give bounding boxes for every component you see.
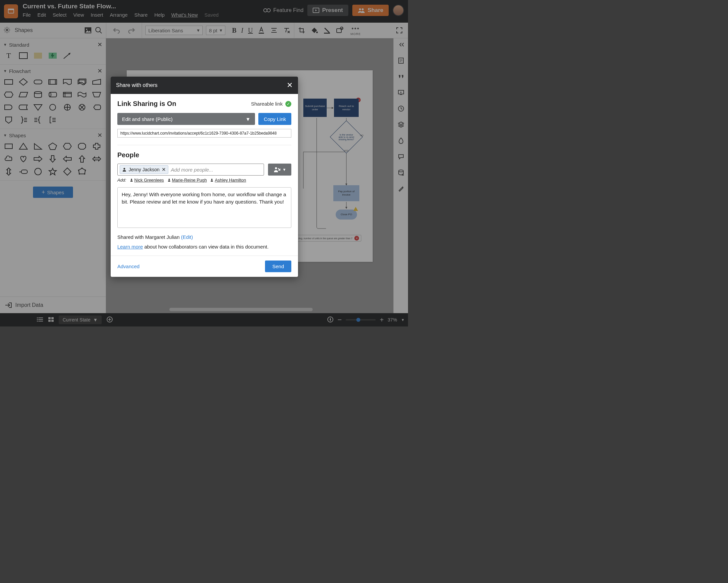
svg-point-84: [211, 179, 213, 180]
check-icon: ✓: [285, 101, 291, 107]
shareable-label: Shareable link: [251, 101, 283, 107]
person-chip[interactable]: Jenny Jackson ✕: [120, 165, 168, 174]
shared-with-text: Shared with Margaret Julian: [117, 234, 181, 240]
message-textarea[interactable]: [117, 187, 291, 228]
close-icon[interactable]: ✕: [287, 81, 293, 90]
suggestion-marie[interactable]: Marie-Reine Pugh: [167, 177, 207, 183]
copy-link-button[interactable]: Copy Link: [258, 113, 291, 125]
suggestion-ashley[interactable]: Ashley Hamilton: [210, 177, 246, 183]
learn-more-text: about how collaborators can view data in…: [143, 244, 269, 250]
svg-point-80: [124, 168, 125, 170]
people-placeholder: Add more people...: [171, 167, 213, 172]
advanced-link[interactable]: Advanced: [117, 263, 140, 269]
share-url-input[interactable]: [117, 129, 291, 138]
permission-select[interactable]: Edit and share (Public)▼: [117, 113, 255, 125]
link-sharing-heading: Link Sharing is On: [117, 100, 176, 108]
share-modal: Share with others ✕ Link Sharing is On S…: [111, 77, 298, 277]
suggestion-nick[interactable]: Nick Greenlees: [130, 177, 164, 183]
edit-shared-link[interactable]: (Edit): [181, 234, 193, 240]
svg-point-83: [168, 179, 170, 180]
learn-more-link[interactable]: Learn more: [117, 244, 143, 250]
remove-chip-icon[interactable]: ✕: [162, 167, 166, 172]
add-label: Add:: [117, 177, 126, 183]
role-select[interactable]: ▼: [268, 164, 291, 175]
people-input[interactable]: Jenny Jackson ✕ Add more people...: [117, 164, 264, 175]
send-button[interactable]: Send: [265, 260, 291, 272]
modal-title: Share with others: [116, 82, 158, 88]
svg-point-81: [275, 167, 277, 169]
svg-point-82: [131, 179, 132, 180]
people-heading: People: [117, 151, 291, 159]
